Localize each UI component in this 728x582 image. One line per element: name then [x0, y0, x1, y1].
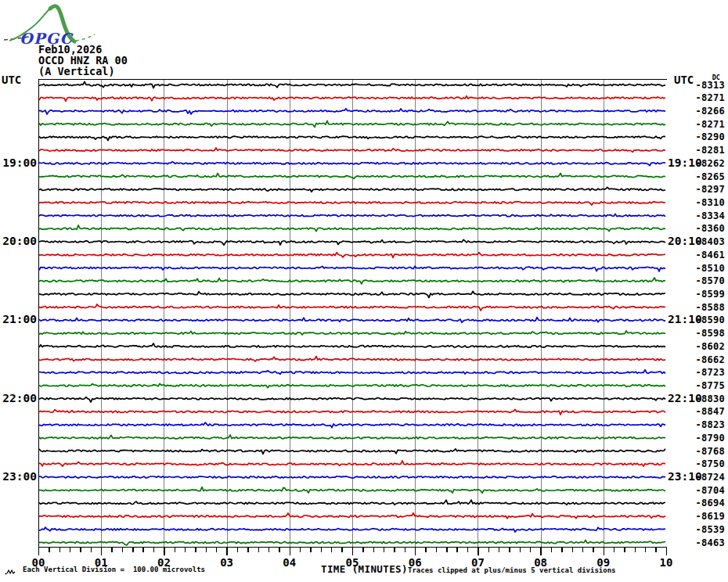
dc-offset-value-28: -8768: [689, 446, 725, 457]
hour-label-left-21:00: 21:00: [1, 313, 37, 325]
header-component: (A Vertical): [38, 66, 128, 77]
dc-offset-value-33: -8619: [689, 511, 725, 522]
dc-offset-value-6: -8262: [689, 158, 725, 169]
dc-offset-value-9: -8310: [689, 197, 725, 208]
dc-offset-value-2: -8266: [689, 106, 725, 117]
dc-offset-value-35: -8463: [689, 537, 725, 548]
dc-offset-value-1: -8271: [689, 92, 725, 103]
trace-canvas: [38, 79, 667, 548]
dc-offset-value-26: -8823: [689, 419, 725, 430]
dc-offset-value-18: -8590: [689, 314, 725, 325]
dc-offset-value-30: -8724: [689, 472, 725, 483]
dc-offset-value-7: -8265: [689, 171, 725, 182]
helicorder-plot: [38, 79, 667, 548]
header-station: OCCD HNZ RA 00: [38, 55, 128, 66]
dc-offset-value-24: -8830: [689, 393, 725, 404]
hour-label-left-20:00: 20:00: [1, 235, 37, 247]
hour-label-left-23:00: 23:00: [1, 470, 37, 483]
micro-waveform-icon: [5, 568, 16, 576]
x-tick-label-10: 10: [651, 556, 682, 569]
x-tick-label-03: 03: [211, 556, 243, 569]
dc-offset-value-25: -8847: [689, 406, 725, 417]
dc-offset-value-17: -8588: [689, 302, 725, 313]
hour-label-left-22:00: 22:00: [1, 392, 37, 404]
dc-offset-value-13: -8461: [689, 250, 725, 260]
dc-offset-value-11: -8360: [689, 223, 725, 234]
dc-offset-value-12: -8403: [689, 236, 725, 247]
vertical-division-note: Each Vertical Division = 100.00 microvol…: [23, 566, 205, 573]
dc-offset-value-34: -8539: [689, 524, 725, 535]
clip-note: Traces clipped at plus/minus 5 vertical …: [408, 566, 616, 574]
dc-offset-value-14: -8510: [689, 263, 725, 274]
dc-offset-value-27: -8790: [689, 433, 725, 444]
dc-offset-value-32: -8694: [689, 498, 725, 508]
dc-offset-value-19: -8598: [689, 328, 725, 339]
dc-offset-value-31: -8704: [689, 485, 725, 496]
hour-label-left-19:00: 19:00: [1, 156, 37, 169]
dc-offset-value-15: -8570: [689, 275, 725, 286]
helicorder-page: OPGC Feb10,2026 OCCD HNZ RA 00 (A Vertic…: [0, 0, 728, 582]
dc-offset-value-22: -8723: [689, 367, 725, 378]
dc-offset-value-21: -8662: [689, 354, 725, 365]
dc-offset-value-3: -8271: [689, 119, 725, 130]
dc-offset-value-5: -8281: [689, 145, 725, 156]
dc-offset-value-29: -8750: [689, 458, 725, 469]
dc-offset-value-0: -8313: [689, 80, 725, 91]
header-date: Feb10,2026: [38, 44, 128, 55]
logo-dashed-baseline-right: [76, 34, 95, 41]
x-axis-title: TIME (MINUTES): [321, 563, 408, 575]
dc-offset-value-20: -8602: [689, 341, 725, 352]
dc-offset-value-8: -8297: [689, 184, 725, 195]
dc-offset-value-4: -8290: [689, 131, 725, 142]
opgc-logo: OPGC: [2, 2, 97, 47]
dc-offset-value-16: -8599: [689, 289, 725, 300]
dc-offset-value-10: -8334: [689, 210, 725, 221]
x-tick-label-04: 04: [274, 556, 305, 569]
header-block: Feb10,2026 OCCD HNZ RA 00 (A Vertical): [38, 44, 128, 77]
left-axis-title: UTC: [2, 74, 21, 86]
dc-offset-value-23: -8775: [689, 380, 725, 391]
